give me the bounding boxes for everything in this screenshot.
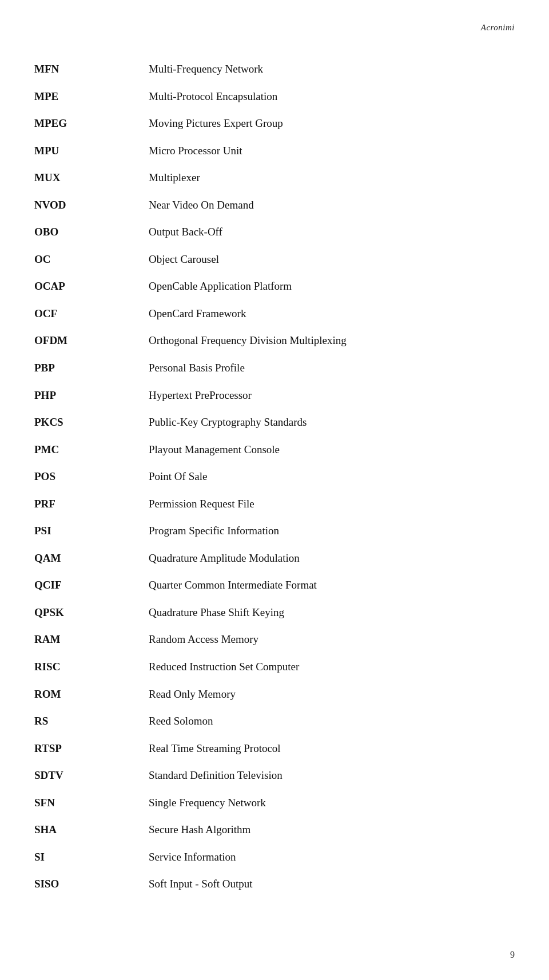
acronym-cell: OCF <box>34 300 149 327</box>
definition-cell: Quadrature Phase Shift Keying <box>149 599 515 626</box>
table-row: SHASecure Hash Algorithm <box>34 816 515 843</box>
acronym-cell: MPU <box>34 137 149 165</box>
table-row: OBOOutput Back-Off <box>34 218 515 246</box>
definition-cell: Random Access Memory <box>149 626 515 653</box>
definition-cell: Soft Input - Soft Output <box>149 870 515 898</box>
definition-cell: Near Video On Demand <box>149 191 515 219</box>
acronym-cell: OBO <box>34 218 149 246</box>
acronym-table: MFNMulti-Frequency NetworkMPEMulti-Proto… <box>34 55 515 898</box>
acronym-cell: MPE <box>34 83 149 110</box>
definition-cell: Service Information <box>149 843 515 871</box>
acronym-cell: SISO <box>34 870 149 898</box>
table-row: MFNMulti-Frequency Network <box>34 55 515 83</box>
acronym-cell: RTSP <box>34 735 149 762</box>
table-row: SDTVStandard Definition Television <box>34 762 515 789</box>
definition-cell: Point Of Sale <box>149 463 515 490</box>
table-row: SIService Information <box>34 843 515 871</box>
definition-cell: Quarter Common Intermediate Format <box>149 571 515 599</box>
table-row: RAMRandom Access Memory <box>34 626 515 653</box>
acronym-cell: QPSK <box>34 599 149 626</box>
definition-cell: Reed Solomon <box>149 707 515 735</box>
table-row: NVODNear Video On Demand <box>34 191 515 219</box>
definition-cell: Moving Pictures Expert Group <box>149 110 515 137</box>
definition-cell: Multi-Protocol Encapsulation <box>149 83 515 110</box>
definition-cell: Public-Key Cryptography Standards <box>149 409 515 436</box>
page-header-title: Acronimi <box>34 23 515 33</box>
table-row: OFDMOrthogonal Frequency Division Multip… <box>34 327 515 354</box>
acronym-cell: SI <box>34 843 149 871</box>
table-row: PMCPlayout Management Console <box>34 436 515 463</box>
acronym-cell: PMC <box>34 436 149 463</box>
acronym-cell: OCAP <box>34 273 149 300</box>
acronym-cell: NVOD <box>34 191 149 219</box>
definition-cell: Multiplexer <box>149 164 515 191</box>
definition-cell: OpenCable Application Platform <box>149 273 515 300</box>
acronym-cell: POS <box>34 463 149 490</box>
table-row: MPUMicro Processor Unit <box>34 137 515 165</box>
definition-cell: Program Specific Information <box>149 517 515 545</box>
table-row: RSReed Solomon <box>34 707 515 735</box>
acronym-cell: PRF <box>34 490 149 518</box>
acronym-cell: SFN <box>34 789 149 817</box>
acronym-cell: PKCS <box>34 409 149 436</box>
table-row: QAMQuadrature Amplitude Modulation <box>34 545 515 572</box>
acronym-cell: ROM <box>34 681 149 708</box>
definition-cell: Standard Definition Television <box>149 762 515 789</box>
acronym-cell: RAM <box>34 626 149 653</box>
table-row: MPEGMoving Pictures Expert Group <box>34 110 515 137</box>
definition-cell: Reduced Instruction Set Computer <box>149 653 515 681</box>
acronym-cell: RISC <box>34 653 149 681</box>
acronym-cell: OFDM <box>34 327 149 354</box>
acronym-cell: PHP <box>34 382 149 409</box>
acronym-cell: PBP <box>34 354 149 382</box>
acronym-cell: QCIF <box>34 571 149 599</box>
table-row: OCFOpenCard Framework <box>34 300 515 327</box>
definition-cell: Output Back-Off <box>149 218 515 246</box>
table-row: PRFPermission Request File <box>34 490 515 518</box>
table-row: PKCSPublic-Key Cryptography Standards <box>34 409 515 436</box>
definition-cell: Read Only Memory <box>149 681 515 708</box>
definition-cell: Micro Processor Unit <box>149 137 515 165</box>
acronym-cell: PSI <box>34 517 149 545</box>
definition-cell: OpenCard Framework <box>149 300 515 327</box>
table-row: QPSKQuadrature Phase Shift Keying <box>34 599 515 626</box>
acronym-cell: OC <box>34 246 149 273</box>
acronym-cell: MPEG <box>34 110 149 137</box>
table-row: OCObject Carousel <box>34 246 515 273</box>
definition-cell: Permission Request File <box>149 490 515 518</box>
table-row: MPEMulti-Protocol Encapsulation <box>34 83 515 110</box>
table-row: MUXMultiplexer <box>34 164 515 191</box>
definition-cell: Single Frequency Network <box>149 789 515 817</box>
definition-cell: Secure Hash Algorithm <box>149 816 515 843</box>
definition-cell: Playout Management Console <box>149 436 515 463</box>
definition-cell: Orthogonal Frequency Division Multiplexi… <box>149 327 515 354</box>
definition-cell: Multi-Frequency Network <box>149 55 515 83</box>
table-row: OCAPOpenCable Application Platform <box>34 273 515 300</box>
definition-cell: Real Time Streaming Protocol <box>149 735 515 762</box>
definition-cell: Quadrature Amplitude Modulation <box>149 545 515 572</box>
table-row: SISOSoft Input - Soft Output <box>34 870 515 898</box>
definition-cell: Object Carousel <box>149 246 515 273</box>
page-number: 9 <box>510 950 515 960</box>
table-row: POSPoint Of Sale <box>34 463 515 490</box>
acronym-cell: SHA <box>34 816 149 843</box>
acronym-cell: MFN <box>34 55 149 83</box>
acronym-cell: MUX <box>34 164 149 191</box>
acronym-cell: SDTV <box>34 762 149 789</box>
table-row: RTSPReal Time Streaming Protocol <box>34 735 515 762</box>
definition-cell: Personal Basis Profile <box>149 354 515 382</box>
acronym-cell: RS <box>34 707 149 735</box>
table-row: SFNSingle Frequency Network <box>34 789 515 817</box>
table-row: PBPPersonal Basis Profile <box>34 354 515 382</box>
table-row: PSIProgram Specific Information <box>34 517 515 545</box>
table-row: RISCReduced Instruction Set Computer <box>34 653 515 681</box>
table-row: PHPHypertext PreProcessor <box>34 382 515 409</box>
acronym-cell: QAM <box>34 545 149 572</box>
table-row: ROMRead Only Memory <box>34 681 515 708</box>
definition-cell: Hypertext PreProcessor <box>149 382 515 409</box>
table-row: QCIFQuarter Common Intermediate Format <box>34 571 515 599</box>
